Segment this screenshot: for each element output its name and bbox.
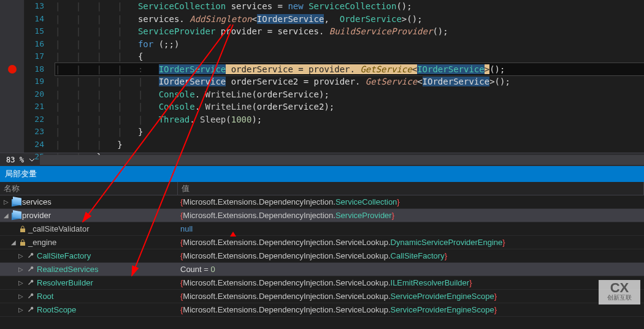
variable-row[interactable]: ◢_engine{Microsoft.Extensions.Dependency… (0, 236, 644, 249)
code-line[interactable]: | | | | | Console. WriteLine(orderServic… (55, 88, 644, 101)
line-number: 17 (25, 50, 44, 63)
expand-toggle-icon[interactable]: ▷ (17, 279, 25, 286)
variable-value[interactable]: {Microsoft.Extensions.DependencyInjectio… (178, 251, 644, 260)
private-field-icon (19, 239, 26, 246)
variable-name: provider (22, 211, 51, 220)
expand-toggle-icon[interactable]: ▷ (17, 266, 25, 273)
expand-toggle-icon[interactable]: ▷ (17, 306, 25, 313)
code-line[interactable]: | | | | ServiceCollection services = new… (55, 0, 644, 13)
variable-value[interactable]: {Microsoft.Extensions.DependencyInjectio… (178, 292, 644, 301)
variable-row[interactable]: _callSiteValidatornull (0, 222, 644, 236)
breakpoint-gutter[interactable] (0, 0, 25, 153)
line-number: 13 (25, 0, 44, 13)
property-icon (26, 306, 35, 314)
variable-value[interactable]: {Microsoft.Extensions.DependencyInjectio… (178, 197, 644, 206)
variable-row[interactable]: ▷CallSiteFactory{Microsoft.Extensions.De… (0, 249, 644, 263)
expand-toggle-icon[interactable]: ▷ (2, 199, 10, 205)
expand-toggle-icon[interactable]: ▷ (17, 252, 25, 259)
line-number: 15 (25, 25, 44, 38)
line-number: 14 (25, 13, 44, 26)
code-line[interactable]: | | | | { (55, 50, 644, 63)
column-value-header[interactable]: 值 (178, 182, 644, 195)
variable-name: ResolverBuilder (37, 278, 93, 287)
line-number: 19 (25, 75, 44, 88)
variable-name: RealizedServices (37, 265, 98, 274)
line-number: 18 (25, 63, 44, 76)
code-line[interactable]: | | | | | IOrderService orderService2 = … (55, 75, 644, 88)
locals-grid-header: 名称 值 (0, 182, 644, 195)
variable-name: RootScope (37, 305, 76, 314)
variable-name: Root (37, 292, 53, 301)
variable-row[interactable]: ▷RealizedServicesCount = 0 (0, 263, 644, 276)
watermark-logo: CX (601, 282, 638, 293)
svg-rect-1 (20, 242, 25, 246)
code-line[interactable]: | | | | : IOrderService orderService = p… (55, 63, 644, 76)
code-line[interactable]: | | | | | Thread. Sleep(1000); (55, 113, 644, 126)
code-line[interactable]: | | | | services. AddSingleton<IOrderSer… (55, 13, 644, 26)
variable-value[interactable]: {Microsoft.Extensions.DependencyInjectio… (178, 238, 644, 247)
line-number: 16 (25, 38, 44, 51)
variable-name: _callSiteValidator (28, 224, 89, 233)
watermark-text: 创新互联 (601, 293, 638, 302)
property-icon (26, 279, 35, 287)
variable-row[interactable]: ▷ResolverBuilder{Microsoft.Extensions.De… (0, 276, 644, 290)
expand-toggle-icon[interactable] (10, 225, 17, 232)
code-line[interactable]: | | | | | Console. WriteLine(orderServic… (55, 100, 644, 113)
svg-rect-0 (20, 229, 25, 232)
horizontal-scrollbar[interactable] (40, 155, 644, 165)
variable-row[interactable]: ▷Root{Microsoft.Extensions.DependencyInj… (0, 290, 644, 303)
variable-row[interactable]: ◢provider{Microsoft.Extensions.Dependenc… (0, 209, 644, 222)
variable-value[interactable]: null (178, 224, 644, 233)
variable-name: _engine (28, 238, 56, 247)
code-line[interactable]: | | | | } (55, 126, 644, 138)
variable-value[interactable]: {Microsoft.Extensions.DependencyInjectio… (178, 305, 644, 314)
line-number: 23 (25, 126, 44, 138)
column-name-header[interactable]: 名称 (0, 182, 178, 195)
line-number: 21 (25, 100, 44, 113)
line-number: 20 (25, 88, 44, 101)
variable-value[interactable]: {Microsoft.Extensions.DependencyInjectio… (178, 278, 644, 287)
expand-toggle-icon[interactable]: ▷ (17, 293, 25, 300)
line-number-gutter: 13141516171819202122232425 (25, 0, 49, 153)
property-icon (26, 266, 35, 273)
object-icon (12, 212, 20, 219)
watermark: CX 创新互联 (599, 280, 640, 304)
zoom-dropdown-icon[interactable] (28, 156, 36, 164)
line-number: 24 (25, 138, 44, 151)
variable-name: CallSiteFactory (37, 251, 91, 260)
variable-name: services (22, 197, 52, 206)
expand-toggle-icon[interactable]: ◢ (2, 212, 10, 219)
code-editor[interactable]: 13141516171819202122232425 | | | | Servi… (0, 0, 644, 153)
variable-row[interactable]: ▷RootScope{Microsoft.Extensions.Dependen… (0, 303, 644, 317)
variable-row[interactable]: ▷services{Microsoft.Extensions.Dependenc… (0, 195, 644, 209)
private-field-icon (19, 225, 26, 233)
breakpoint-icon[interactable] (8, 65, 17, 74)
expand-toggle-icon[interactable]: ◢ (10, 239, 17, 246)
property-icon (26, 252, 35, 260)
variable-value[interactable]: Count = 0 (178, 265, 644, 274)
object-icon (12, 199, 20, 206)
code-area[interactable]: | | | | ServiceCollection services = new… (49, 0, 644, 153)
locals-panel-title: 局部变量 (5, 168, 37, 180)
code-line[interactable]: | | | | ServiceProvider provider = servi… (55, 25, 644, 38)
code-line[interactable]: | | | | for (;;) (55, 38, 644, 51)
locals-panel-header: 局部变量 (0, 166, 644, 182)
code-line[interactable]: | | | } (55, 138, 644, 151)
locals-grid[interactable]: 名称 值 ▷services{Microsoft.Extensions.Depe… (0, 182, 644, 329)
zoom-bar: 83 % (0, 153, 644, 166)
property-icon (26, 293, 35, 300)
line-number: 22 (25, 113, 44, 126)
variable-value[interactable]: {Microsoft.Extensions.DependencyInjectio… (178, 211, 644, 220)
